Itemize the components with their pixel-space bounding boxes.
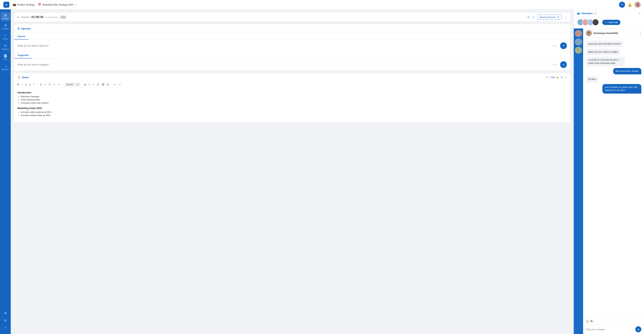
ordered-list-button[interactable]: ⊟	[40, 83, 42, 86]
chat-input[interactable]	[586, 328, 634, 331]
notes-edit-icon[interactable]: ✏	[561, 76, 563, 79]
doc-type-dropdown[interactable]: Meeting Minutes ▼	[538, 15, 562, 19]
message-bubble: Have you seen the latest version?	[586, 41, 623, 47]
video-icon: 📹	[605, 21, 608, 24]
image-button[interactable]: 🖼	[101, 83, 105, 86]
attendee-avatar-4	[592, 19, 599, 26]
agreed-input-row: time +	[14, 40, 570, 52]
app-logo[interactable]: A	[3, 2, 10, 8]
message-bubble: Just checked. It's great! Well. Will for…	[602, 84, 641, 93]
attendees-count: (4)	[594, 12, 597, 14]
notes-visibility[interactable]: Public 🔒	[550, 76, 559, 79]
main-layout: Finished 01:09:45 9 min overdue ✏ 📄 Meet…	[11, 9, 644, 334]
unordered-list-button[interactable]: ≡	[44, 83, 46, 86]
attendees-collapse-icon[interactable]: ∨	[639, 12, 641, 15]
sidebar-item-grid[interactable]: ⊞	[1, 310, 10, 316]
side-avatar-1[interactable]	[575, 30, 582, 37]
top-right-actions: + 🔔 👤	[619, 2, 641, 8]
user-avatar[interactable]: 👤	[634, 2, 641, 8]
indent-right-button[interactable]: ⇥	[57, 83, 60, 86]
notes-expand-icon[interactable]: ⤢	[546, 76, 548, 79]
strikethrough-button[interactable]: S	[28, 83, 31, 86]
join-call-button[interactable]: 📹 Join Call	[602, 20, 620, 25]
breadcrumb-chevron-2: ›	[36, 3, 36, 6]
chat-input-row: ➤	[583, 325, 644, 334]
doc-toolbar: ✏ 📄 Meeting Minutes ▼ ⋮	[528, 15, 567, 19]
quote-button[interactable]: ❝	[33, 83, 35, 86]
redo-button[interactable]: ↪	[118, 83, 121, 86]
attendees-header: 👥 Attendees (4) ∨	[574, 9, 644, 17]
agreed-input[interactable]	[18, 44, 550, 47]
checkbox-button[interactable]: ☑	[48, 83, 51, 86]
italic-button[interactable]: I	[21, 83, 23, 86]
breadcrumb-chevron-1: ›	[11, 3, 12, 6]
sidebar-label-meetings: Meetings	[2, 28, 9, 30]
sidebar-item-files[interactable]: 📄 Files	[1, 53, 10, 62]
side-avatar-2[interactable]	[575, 38, 582, 45]
format-select[interactable]: Normal Heading 1 Heading 2	[64, 83, 80, 86]
sidebar-item-actions[interactable]: ✓ Actions	[1, 32, 10, 41]
add-suggested-button[interactable]: +	[560, 61, 567, 68]
notifications-bell-icon[interactable]: 🔔	[628, 3, 632, 7]
sidebar-item-settings[interactable]: ⚙	[1, 318, 10, 324]
meeting-minutes-label: M...	[590, 320, 594, 323]
attendees-title: Attendees	[581, 12, 593, 15]
sidebar-item-meetings[interactable]: 🖥 Meetings	[1, 22, 10, 31]
toolbar-separator-1	[37, 83, 38, 86]
goals-list: Increase sales revenue by 50% Increase m…	[18, 111, 567, 117]
font-size-small[interactable]: A	[88, 83, 91, 86]
breadcrumb-meeting[interactable]: 📅 Marketing Plan Strategy 2020	[38, 3, 73, 6]
suggested-input-row: time +	[14, 59, 570, 71]
toolbar-separator-4	[111, 83, 112, 86]
decisions-icon: ⚖	[4, 44, 7, 47]
agenda-list-icon: ☰	[18, 27, 20, 30]
sidebar-item-decisions[interactable]: ⚖ Decisions	[1, 42, 10, 51]
sidebar-item-projects[interactable]: ⊞ Projects	[1, 12, 10, 21]
chat-user-info: 👩 Dominique Goodchild	[586, 30, 618, 36]
undo-button[interactable]: ↩	[114, 83, 117, 86]
indent-left-button[interactable]: ⇤	[53, 83, 56, 86]
agenda-tabs: Agreed	[14, 33, 570, 40]
sidebar-label-members: Members	[2, 69, 9, 70]
font-size-large[interactable]: A	[84, 83, 87, 86]
toolbar-separator-3	[82, 83, 82, 86]
sidebar-item-members[interactable]: 👥 Members	[1, 63, 10, 72]
list-item: Increase sales revenue by 50%	[21, 111, 567, 113]
status-toggle[interactable]	[60, 15, 66, 19]
global-add-button[interactable]: +	[619, 2, 625, 8]
notes-header: 📋 Notes ⤢ Public 🔒 ✏ ∨	[14, 73, 570, 81]
notes-body[interactable]: Introduction: Welcome message 2019 Achie…	[14, 88, 570, 123]
breadcrumb-project[interactable]: 💼 Product Strategy	[13, 3, 34, 6]
chat-expand-icon[interactable]: ∨	[639, 32, 641, 35]
suggested-input[interactable]	[18, 63, 550, 66]
agenda-title: Agenda	[21, 27, 30, 30]
sidebar-label-files: Files	[4, 58, 7, 60]
tab-agreed[interactable]: Agreed	[14, 33, 28, 39]
table-button[interactable]: ⊞	[106, 83, 109, 86]
tab-suggested[interactable]: Suggested	[14, 52, 32, 58]
chat-send-button[interactable]: ➤	[635, 326, 641, 332]
agenda-collapse-icon[interactable]: ∨	[30, 27, 32, 30]
align-button[interactable]: ≡	[92, 83, 95, 86]
pencil-icon[interactable]: ✏	[528, 15, 530, 19]
top-navigation: A › 💼 Product Strategy › 📅 Marketing Pla…	[0, 0, 644, 9]
chat-area: 👩 Dominique Goodchild ∨ Have you seen th…	[574, 28, 644, 334]
underline-button[interactable]: U	[24, 83, 27, 86]
attendees-avatars-area: 📹 Join Call	[574, 17, 644, 28]
link-button[interactable]: 🔗	[96, 83, 100, 86]
attendees-section: 👥 Attendees (4) ∨ 📹 Join Call	[574, 9, 644, 28]
lock-icon: 🔒	[556, 76, 559, 79]
status-label: Finished	[21, 16, 29, 18]
bold-button[interactable]: B	[17, 83, 20, 86]
add-agreed-button[interactable]: +	[560, 42, 567, 49]
attendees-group-icon: 👥	[577, 12, 580, 15]
side-avatar-3[interactable]	[575, 47, 582, 54]
meeting-name-edit-icon[interactable]: ✏	[75, 3, 77, 6]
sidebar-item-help[interactable]: ?	[1, 325, 10, 331]
visibility-label: Public	[550, 76, 556, 79]
dropdown-label: Meeting Minutes	[540, 16, 556, 18]
notes-collapse-icon[interactable]: ∨	[565, 76, 567, 79]
notes-toolbar: B I U S ❝ ⊟ ≡ ☑ ⇤ ⇥ Normal Heading 1 Hea…	[14, 81, 570, 88]
more-options-icon[interactable]: ⋮	[564, 15, 567, 19]
document-icon[interactable]: 📄	[532, 15, 535, 19]
